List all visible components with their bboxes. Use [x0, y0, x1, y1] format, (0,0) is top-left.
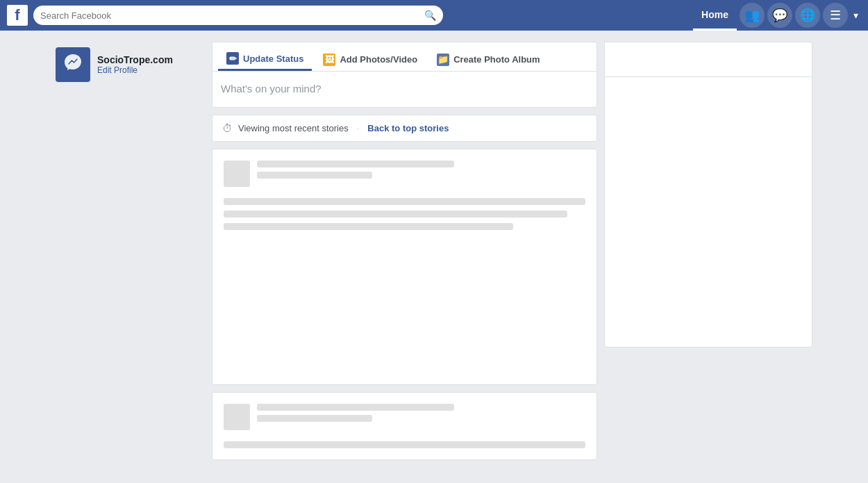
back-to-top-link[interactable]: Back to top stories	[367, 123, 449, 133]
create-album-icon: 📁	[437, 54, 449, 66]
center-feed: ✏ Update Status 🖼 Add Photos/Video 📁 Cre…	[212, 42, 597, 467]
avatar[interactable]	[56, 47, 90, 82]
clock-icon: ⏱	[222, 122, 233, 134]
feed-post-card-1	[212, 149, 597, 385]
post-name-line	[257, 161, 454, 167]
post-header	[224, 161, 585, 187]
dropdown-arrow-icon: ▾	[853, 10, 858, 21]
fb-logo-letter: f	[15, 8, 19, 23]
tab-update-status[interactable]: ✏ Update Status	[218, 48, 312, 71]
nav-right-section: Home 👥 💬 🌐 ☰ ▾	[693, 0, 861, 31]
feed-post-card-2	[212, 392, 597, 460]
composer-placeholder[interactable]: What's on your mind?	[221, 79, 588, 99]
composer-box: ✏ Update Status 🖼 Add Photos/Video 📁 Cre…	[212, 42, 597, 108]
update-status-icon: ✏	[226, 52, 239, 65]
profile-section: SocioTrope.com Edit Profile	[56, 42, 205, 88]
post-header-2	[224, 404, 585, 430]
main-layout: SocioTrope.com Edit Profile ✏ Update Sta…	[0, 31, 868, 478]
top-navigation: f 🔍 Home 👥 💬 🌐 ☰ ▾	[0, 0, 868, 31]
globe-icon: 🌐	[800, 8, 815, 23]
right-sidebar	[604, 42, 812, 467]
messages-nav-button[interactable]: 💬	[767, 3, 792, 28]
post-body-line-2	[224, 211, 567, 218]
settings-icon: ☰	[830, 8, 841, 23]
tab-add-photos[interactable]: 🖼 Add Photos/Video	[315, 48, 426, 71]
friends-nav-button[interactable]: 👥	[740, 3, 765, 28]
facebook-logo: f	[7, 5, 28, 26]
post-avatar-2	[224, 404, 250, 430]
add-photos-icon: 🖼	[323, 54, 335, 66]
post-time-line-2	[257, 415, 372, 422]
composer-input-area[interactable]: What's on your mind?	[212, 72, 596, 107]
right-ad-content	[605, 77, 812, 348]
friends-icon: 👥	[744, 8, 760, 23]
post-meta-lines	[257, 161, 585, 179]
account-dropdown[interactable]: ▾	[851, 10, 861, 21]
post-body-line-2-1	[224, 441, 585, 448]
right-ad-top	[605, 42, 812, 77]
left-sidebar: SocioTrope.com Edit Profile	[56, 42, 205, 467]
post-avatar	[224, 161, 250, 187]
profile-info: SocioTrope.com Edit Profile	[97, 54, 173, 75]
messages-icon: 💬	[772, 8, 787, 23]
stories-bar: ⏱ Viewing most recent stories · Back to …	[212, 115, 597, 142]
composer-tabs: ✏ Update Status 🖼 Add Photos/Video 📁 Cre…	[212, 42, 596, 72]
profile-name[interactable]: SocioTrope.com	[97, 54, 173, 65]
viewing-text: Viewing most recent stories	[238, 123, 349, 133]
tab-create-album[interactable]: 📁 Create Photo Album	[428, 48, 548, 71]
post-body-lines-2	[224, 441, 585, 448]
post-body-line-3	[224, 223, 513, 230]
post-time-line	[257, 172, 372, 179]
post-name-line-2	[257, 404, 454, 411]
search-input[interactable]	[40, 10, 424, 21]
home-nav-item[interactable]: Home	[693, 0, 737, 31]
right-ad-box	[604, 42, 812, 347]
post-body-line-1	[224, 198, 585, 205]
post-body-lines	[224, 198, 585, 230]
edit-profile-link[interactable]: Edit Profile	[97, 65, 173, 75]
stories-separator: ·	[357, 123, 360, 133]
post-meta-lines-2	[257, 404, 585, 422]
messenger-icon	[63, 53, 83, 76]
search-bar: 🔍	[33, 6, 443, 25]
notifications-nav-button[interactable]: 🌐	[795, 3, 820, 28]
settings-nav-button[interactable]: ☰	[823, 3, 848, 28]
search-icon: 🔍	[424, 10, 436, 21]
